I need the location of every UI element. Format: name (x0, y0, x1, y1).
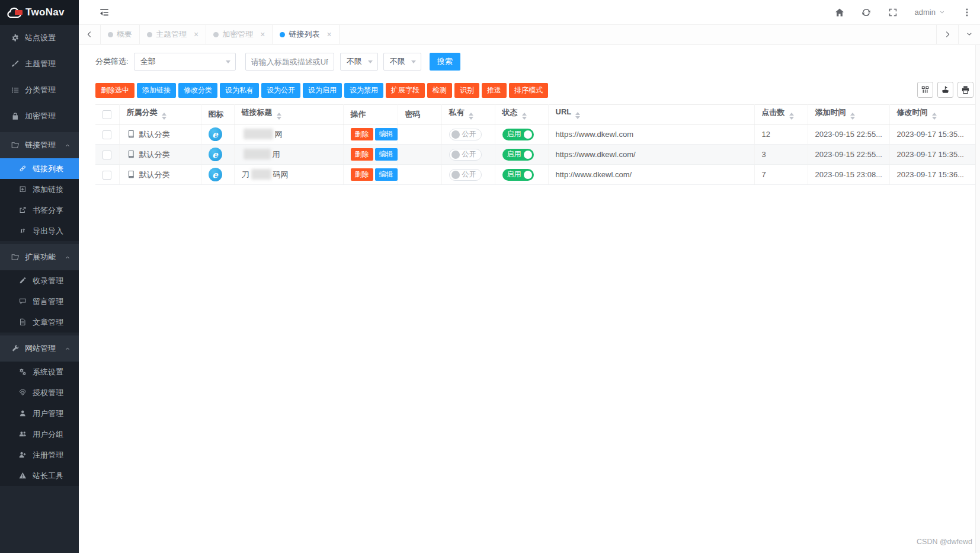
sidebar-item-file[interactable]: 文章管理 (0, 312, 79, 333)
toolbar-button-11[interactable]: 排序模式 (509, 83, 548, 98)
toolbar-button-4[interactable]: 设为公开 (261, 83, 300, 98)
sidebar-item-lock[interactable]: 加密管理 (0, 103, 79, 129)
tab-1[interactable]: 主题管理× (140, 25, 206, 44)
home-icon[interactable] (835, 8, 844, 17)
sort-icon[interactable] (469, 110, 473, 122)
pencil-icon (18, 277, 27, 285)
sidebar-item-folder[interactable]: 链接管理 (0, 132, 79, 158)
sidebar-item-users[interactable]: 用户分组 (0, 424, 79, 445)
sidebar-item-gear[interactable]: 站点设置 (0, 25, 79, 51)
brush-icon (11, 60, 20, 68)
sidebar-item-gem[interactable]: 授权管理 (0, 382, 79, 403)
sort-icon[interactable] (575, 110, 580, 122)
edit-button[interactable]: 编辑 (375, 148, 398, 161)
toolbar-button-10[interactable]: 推送 (482, 83, 507, 98)
tab-close-icon[interactable]: × (260, 30, 265, 39)
tab-label: 加密管理 (222, 29, 253, 40)
toolbar-button-2[interactable]: 修改分类 (178, 83, 217, 98)
app-logo[interactable]: TwoNav (0, 0, 79, 25)
category-label: 默认分类 (139, 130, 170, 139)
sidebar-item-list[interactable]: 分类管理 (0, 77, 79, 103)
delete-button[interactable]: 删除 (351, 168, 373, 181)
user-menu[interactable]: admin (915, 8, 945, 17)
edit-button[interactable]: 编辑 (375, 168, 398, 181)
sort-icon[interactable] (932, 110, 937, 122)
export-icon[interactable] (937, 82, 953, 98)
sort-icon[interactable] (522, 110, 527, 122)
edit-button[interactable]: 编辑 (375, 128, 398, 140)
sidebar-item-label: 系统设置 (33, 367, 63, 378)
sidebar-item-comment[interactable]: 留言管理 (0, 291, 79, 312)
sidebar-item-gears[interactable]: 系统设置 (0, 362, 79, 382)
toolbar-button-3[interactable]: 设为私有 (220, 83, 259, 98)
title-text: 用 (273, 150, 280, 159)
sidebar-item-folder[interactable]: 扩展功能 (0, 244, 79, 270)
tab-close-icon[interactable]: × (194, 30, 198, 39)
sidebar-item-share[interactable]: 书签分享 (0, 200, 79, 220)
toolbar-button-5[interactable]: 设为启用 (303, 83, 342, 98)
fullscreen-icon[interactable] (888, 8, 898, 17)
tab-close-icon[interactable]: × (326, 30, 331, 39)
toolbar-button-1[interactable]: 添加链接 (137, 83, 176, 98)
sort-icon[interactable] (850, 110, 855, 122)
retweet-icon (18, 227, 27, 235)
select-all-checkbox[interactable] (103, 110, 111, 119)
collapse-sidebar-icon[interactable] (99, 7, 110, 18)
tabs-scroll-right[interactable] (936, 25, 958, 44)
sidebar-item-plus-square[interactable]: 添加链接 (0, 179, 79, 200)
private-toggle[interactable]: 公开 (449, 129, 482, 140)
toolbar-button-8[interactable]: 检测 (427, 83, 452, 98)
toggle-knob-icon (451, 171, 460, 179)
keyword-input[interactable] (245, 53, 334, 71)
print-icon[interactable] (957, 82, 973, 98)
filter3-select-value: 不限 (390, 56, 405, 67)
category-select[interactable]: 全部 (134, 53, 236, 71)
toolbar-button-7[interactable]: 扩展字段 (386, 83, 425, 98)
private-toggle[interactable]: 公开 (449, 169, 482, 181)
toggle-label: 启用 (507, 170, 521, 180)
sidebar-item-brush[interactable]: 主题管理 (0, 51, 79, 77)
status-toggle[interactable]: 启用 (502, 129, 534, 140)
row-checkbox[interactable] (103, 151, 111, 159)
book-icon (127, 130, 135, 138)
status-toggle[interactable]: 启用 (502, 149, 534, 161)
toggle-label: 启用 (507, 149, 521, 159)
tabs-scroll-left[interactable] (79, 25, 101, 44)
password-cell (398, 165, 441, 185)
toolbar-button-6[interactable]: 设为禁用 (344, 83, 383, 98)
more-menu-icon[interactable] (962, 8, 972, 17)
password-cell (398, 145, 441, 165)
toolbar-button-9[interactable]: 识别 (454, 83, 479, 98)
delete-button[interactable]: 删除 (351, 148, 373, 161)
sidebar-item-wrench[interactable]: 网站管理 (0, 335, 79, 362)
sidebar-item-pencil[interactable]: 收录管理 (0, 270, 79, 291)
sort-icon[interactable] (789, 110, 794, 122)
sidebar-item-label: 添加链接 (33, 184, 63, 195)
row-checkbox[interactable] (103, 130, 111, 139)
sidebar-item-link[interactable]: 链接列表 (0, 158, 79, 179)
toggle-columns-icon[interactable] (917, 82, 933, 98)
chevron-down-icon (226, 60, 230, 66)
filter2-select[interactable]: 不限 (340, 53, 378, 71)
sort-icon[interactable] (162, 110, 166, 122)
sidebar-item-warning[interactable]: 站长工具 (0, 465, 79, 486)
tab-3[interactable]: 链接列表× (273, 25, 339, 44)
search-button[interactable]: 搜索 (430, 53, 460, 71)
tab-2[interactable]: 加密管理× (206, 25, 273, 44)
refresh-icon[interactable] (861, 8, 871, 17)
sidebar-item-user[interactable]: 用户管理 (0, 403, 79, 424)
delete-button[interactable]: 删除 (351, 128, 373, 140)
sidebar-item-user-plus[interactable]: 注册管理 (0, 445, 79, 465)
sidebar-item-label: 站点设置 (25, 33, 56, 43)
filter3-select[interactable]: 不限 (383, 53, 421, 71)
private-toggle[interactable]: 公开 (449, 149, 482, 161)
tabs-menu[interactable] (958, 25, 980, 44)
filter2-select-value: 不限 (347, 56, 362, 67)
row-checkbox[interactable] (103, 171, 111, 180)
status-toggle[interactable]: 启用 (502, 169, 534, 181)
tab-0[interactable]: 概要 (101, 25, 140, 44)
scrollbar[interactable] (975, 45, 980, 553)
sort-icon[interactable] (277, 110, 281, 122)
toolbar-button-0[interactable]: 删除选中 (95, 83, 134, 98)
sidebar-item-retweet[interactable]: 导出导入 (0, 220, 79, 241)
